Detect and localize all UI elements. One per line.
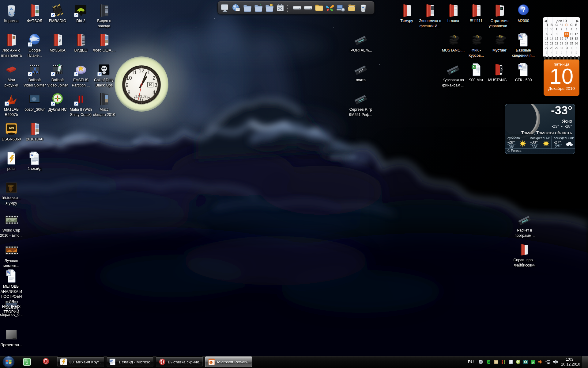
svg-text:3: 3 — [154, 82, 157, 88]
svg-text:?: ? — [521, 6, 526, 14]
svg-text:10: 10 — [149, 83, 152, 86]
svg-text:7z: 7z — [476, 35, 479, 38]
svg-text:1: 1 — [147, 70, 150, 75]
svg-text:W: W — [110, 360, 113, 363]
svg-text:12: 12 — [139, 68, 145, 74]
svg-text:μ: μ — [25, 359, 28, 365]
svg-text:7z: 7z — [453, 35, 456, 38]
svg-text:AVI: AVI — [9, 126, 14, 130]
svg-text:X: X — [473, 65, 475, 69]
svg-text:W: W — [519, 65, 522, 68]
svg-text:W: W — [519, 35, 522, 38]
svg-text:μ: μ — [532, 360, 534, 364]
svg-text:9: 9 — [126, 82, 128, 88]
svg-text:8: 8 — [128, 90, 130, 95]
svg-text:4: 4 — [153, 90, 155, 95]
svg-text:W: W — [30, 153, 33, 157]
svg-text:S: S — [501, 8, 502, 10]
svg-text:1:03:32: 1:03:32 — [135, 94, 147, 98]
svg-text:II: II — [78, 93, 84, 105]
svg-text:2: 2 — [153, 75, 155, 81]
svg-text:10: 10 — [126, 75, 132, 81]
svg-text:5: 5 — [147, 95, 150, 101]
svg-text:11: 11 — [132, 70, 137, 75]
svg-text:W: W — [7, 271, 10, 274]
